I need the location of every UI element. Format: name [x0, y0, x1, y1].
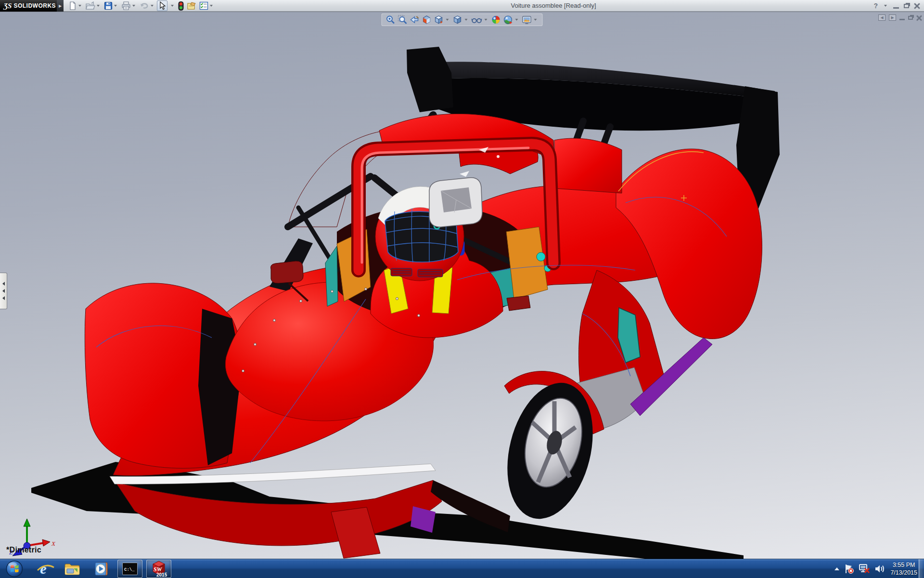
- clock-time: 3:55 PM: [890, 561, 917, 569]
- command-prompt-icon: C:\_: [122, 563, 138, 575]
- help-dropdown-arrow[interactable]: [884, 5, 887, 7]
- triad-x-label: X: [51, 540, 56, 547]
- apply-scene-dropdown-arrow[interactable]: [515, 19, 518, 21]
- open-dropdown-arrow[interactable]: [97, 5, 100, 7]
- mirror-housing[interactable]: [429, 178, 482, 227]
- options-dropdown-arrow[interactable]: [210, 5, 213, 7]
- featuremanager-flyout-tab[interactable]: [0, 273, 7, 309]
- apply-scene-button[interactable]: [503, 15, 520, 25]
- solidworks-logo-mark: ƷS: [4, 2, 12, 10]
- graphics-viewport[interactable]: ◀ ▶ X Z *Dimetric: [0, 12, 924, 559]
- hide-show-items-button[interactable]: [472, 15, 489, 25]
- pane-collapse-left-button[interactable]: ◀: [878, 14, 886, 21]
- solidworks-logo: ƷS SOLIDWORKS: [0, 0, 57, 12]
- view-orientation-icon: [434, 15, 444, 25]
- taskbar-media-player[interactable]: [89, 560, 114, 578]
- taskbar-clock[interactable]: 3:55 PM 7/13/2015: [890, 561, 917, 577]
- display-style-dropdown-arrow[interactable]: [465, 19, 468, 21]
- start-button[interactable]: [2, 560, 27, 578]
- action-center-flag-icon[interactable]: [844, 564, 854, 574]
- section-view-icon: [422, 15, 432, 25]
- minimize-button[interactable]: [893, 7, 899, 9]
- print-icon: [121, 1, 131, 10]
- edit-note-icon: [187, 1, 196, 10]
- undo-dropdown-arrow[interactable]: [151, 5, 154, 7]
- pane-expand-right-button[interactable]: ▶: [889, 14, 896, 21]
- undo-button[interactable]: [139, 0, 156, 11]
- command-prompt-label: C:\_: [124, 567, 135, 572]
- eyeglasses-icon: [472, 15, 482, 25]
- save-button[interactable]: [103, 0, 119, 11]
- rebuild-traffic-light-icon: [178, 1, 184, 11]
- close-button[interactable]: [914, 3, 920, 9]
- taskbar-internet-explorer[interactable]: e: [31, 560, 56, 578]
- print-dropdown-arrow[interactable]: [132, 5, 135, 7]
- solidworks-2015-icon: SW 2015: [151, 560, 167, 578]
- volume-icon[interactable]: [874, 564, 886, 574]
- select-cursor-icon: [158, 1, 166, 10]
- window-title: Voiture assomblee [Read-only]: [511, 2, 596, 9]
- edit-note-button[interactable]: [186, 0, 197, 11]
- open-button[interactable]: [85, 0, 102, 11]
- mirror-left[interactable]: [270, 261, 303, 283]
- new-button[interactable]: [67, 0, 84, 11]
- display-style-icon: [453, 15, 462, 25]
- internet-explorer-icon: e: [40, 561, 46, 577]
- select-dropdown[interactable]: [168, 0, 176, 11]
- apply-scene-icon: [503, 15, 513, 25]
- system-tray: 3:55 PM 7/13/2015: [834, 559, 917, 578]
- undo-icon: [140, 1, 149, 10]
- folder-icon: [64, 562, 80, 576]
- document-minimize-button[interactable]: [899, 19, 905, 20]
- restore-button[interactable]: [904, 4, 909, 8]
- section-view-button[interactable]: [422, 15, 432, 25]
- window-controls: ?: [873, 0, 920, 12]
- view-orientation-button[interactable]: [434, 15, 450, 25]
- display-style-button[interactable]: [453, 15, 469, 25]
- taskbar-windows-explorer[interactable]: [60, 560, 85, 578]
- open-folder-icon: [86, 1, 95, 10]
- options-checklist-icon: [199, 1, 208, 10]
- car-model[interactable]: [0, 12, 924, 559]
- network-status-icon[interactable]: [859, 564, 870, 574]
- previous-view-button[interactable]: [410, 15, 420, 25]
- taskbar-solidworks[interactable]: SW 2015: [146, 560, 171, 578]
- front-right-wheel[interactable]: [411, 371, 606, 533]
- view-settings-icon: [522, 15, 532, 25]
- solidworks-logo-text: SOLIDWORKS: [13, 2, 56, 9]
- sw-cube-letters: SW: [154, 566, 163, 573]
- cyan-knob: [537, 252, 545, 261]
- print-button[interactable]: [120, 0, 138, 11]
- view-settings-button[interactable]: [522, 15, 539, 25]
- taskbar: e C:\_: [0, 559, 924, 578]
- select-button[interactable]: [157, 0, 167, 11]
- show-desktop-button[interactable]: [919, 559, 924, 578]
- main-toolbar: [67, 0, 215, 12]
- headsup-view-toolbar: [382, 13, 543, 26]
- taskbar-command-prompt[interactable]: C:\_: [117, 560, 142, 578]
- menu-expand-tab[interactable]: ▶: [57, 0, 64, 12]
- save-floppy-icon: [104, 1, 113, 10]
- flyout-arrow-icon: [2, 289, 5, 293]
- document-restore-button[interactable]: [908, 16, 913, 20]
- zoom-to-area-button[interactable]: [398, 15, 408, 25]
- view-settings-dropdown-arrow[interactable]: [534, 19, 537, 21]
- save-dropdown-arrow[interactable]: [114, 5, 117, 7]
- document-close-button[interactable]: [916, 15, 922, 21]
- zoom-to-fit-icon: [386, 15, 396, 25]
- view-orientation-label: *Dimetric: [6, 546, 41, 554]
- ie-swoosh: [37, 564, 55, 573]
- document-window-controls: ◀ ▶: [878, 14, 922, 21]
- front-bodywork[interactable]: [85, 114, 554, 558]
- sw-cube-year: 2015: [156, 572, 167, 578]
- show-hidden-icons-button[interactable]: [834, 567, 839, 570]
- options-button[interactable]: [198, 0, 215, 11]
- help-button[interactable]: ?: [873, 2, 878, 10]
- view-orientation-dropdown-arrow[interactable]: [446, 19, 449, 21]
- rebuild-button[interactable]: [177, 0, 185, 11]
- hide-show-dropdown-arrow[interactable]: [485, 19, 488, 21]
- new-dropdown-arrow[interactable]: [78, 5, 81, 7]
- zoom-to-fit-button[interactable]: [386, 15, 396, 25]
- edit-appearance-button[interactable]: [491, 15, 501, 25]
- flyout-arrow-icon: [2, 296, 5, 300]
